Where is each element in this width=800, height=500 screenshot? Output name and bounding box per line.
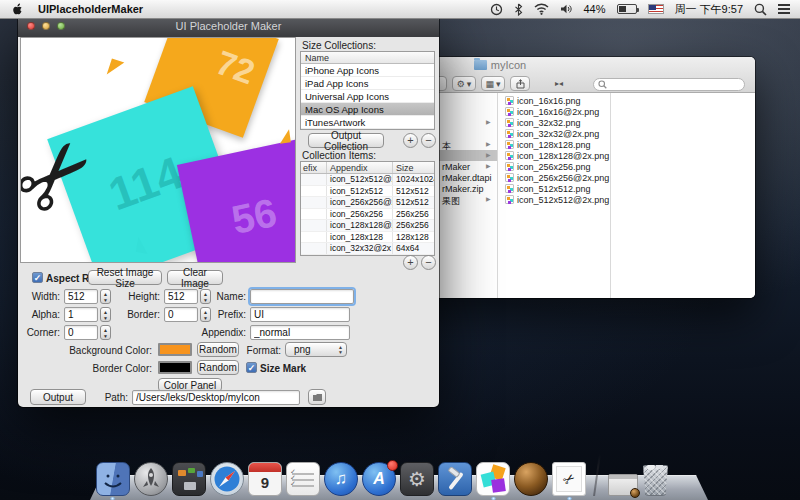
- apple-menu-icon[interactable]: [12, 3, 24, 16]
- format-dropdown[interactable]: png ▲▼: [285, 342, 347, 357]
- png-file-icon: [505, 184, 514, 193]
- notification-center-icon[interactable]: [778, 2, 790, 16]
- action-gear-button[interactable]: ⚙▾: [452, 76, 476, 91]
- collapse-arrows-icon[interactable]: ▸◂: [548, 76, 570, 91]
- time-machine-icon[interactable]: [490, 3, 503, 16]
- bluetooth-icon[interactable]: [514, 3, 523, 16]
- battery-icon[interactable]: [617, 4, 637, 14]
- finder-file-row[interactable]: icon_128x128@2x.png: [497, 150, 610, 161]
- png-file-icon: [505, 151, 514, 160]
- collection-item-cell: 256x256: [393, 209, 434, 220]
- collection-item-row[interactable]: icon_512x512@2x1024x1024: [301, 174, 434, 186]
- collection-item-cell: 128x128: [393, 232, 434, 243]
- dock-system-preferences-icon[interactable]: ⚙: [400, 462, 434, 496]
- collection-item-cell: 1024x1024: [393, 174, 434, 185]
- menubar-app-name[interactable]: UIPlaceholderMaker: [38, 3, 143, 15]
- dock-trash-icon[interactable]: [642, 465, 669, 496]
- folder-proxy-icon[interactable]: [474, 60, 487, 70]
- background-random-button[interactable]: Random: [197, 342, 239, 357]
- dock-minimized-window-icon[interactable]: [608, 474, 638, 496]
- remove-collection-button[interactable]: −: [421, 133, 436, 148]
- dock-mission-control-icon[interactable]: [172, 462, 206, 496]
- finder-file-row[interactable]: icon_16x16.png: [497, 95, 610, 106]
- dock-placeholder-frame-icon[interactable]: ✂: [552, 462, 586, 496]
- width-label: Width:: [24, 291, 60, 302]
- appendix-column-header[interactable]: Appendix: [327, 162, 393, 173]
- collection-item-row[interactable]: icon_512x512512x512: [301, 186, 434, 198]
- share-button[interactable]: [510, 76, 530, 91]
- path-field[interactable]: [132, 390, 300, 405]
- corner-field[interactable]: [64, 325, 98, 340]
- prefix-column-header[interactable]: efix: [301, 162, 327, 173]
- dock-calendar-icon[interactable]: 9: [248, 462, 282, 496]
- alpha-field[interactable]: [64, 307, 98, 322]
- alpha-stepper[interactable]: ▲▼: [100, 307, 111, 322]
- finder-file-row[interactable]: icon_32x32@2x.png: [497, 128, 610, 139]
- dock-ui-placeholder-maker-icon[interactable]: [476, 462, 510, 496]
- remove-item-button[interactable]: −: [421, 255, 436, 270]
- appendix-field[interactable]: [250, 325, 350, 340]
- collection-item-row[interactable]: icon_32x32@2x64x64: [301, 243, 434, 255]
- volume-icon[interactable]: [560, 3, 573, 15]
- size-collection-row[interactable]: Mac OS App Icons: [301, 103, 434, 116]
- collection-item-row[interactable]: icon_256x256@2x512x512: [301, 197, 434, 209]
- size-mark-checkbox[interactable]: ✓: [246, 362, 257, 373]
- collection-item-row[interactable]: icon_128x128@2x256x256: [301, 220, 434, 232]
- border-random-button[interactable]: Random: [197, 360, 239, 375]
- size-collection-row[interactable]: iPhone App Icons: [301, 64, 434, 77]
- finder-file-row[interactable]: icon_256x256.png: [497, 161, 610, 172]
- dock-safari-icon[interactable]: [210, 462, 244, 496]
- output-collection-button[interactable]: Output Collection: [308, 133, 384, 148]
- size-collection-row[interactable]: iPad App Icons: [301, 77, 434, 90]
- output-button[interactable]: Output: [30, 389, 86, 405]
- preview-canvas[interactable]: 72 114 56 ✂: [20, 37, 296, 263]
- finder-search-field[interactable]: [593, 78, 745, 91]
- arrange-button[interactable]: ▦▾: [481, 76, 505, 91]
- dock-bean-icon[interactable]: [514, 462, 548, 496]
- input-language-flag-icon[interactable]: [648, 4, 664, 14]
- spotlight-icon[interactable]: [754, 3, 767, 16]
- name-field[interactable]: [250, 289, 354, 304]
- height-field[interactable]: [164, 289, 198, 304]
- collection-item-cell: [301, 197, 327, 208]
- collection-item-row[interactable]: icon_256x256256x256: [301, 209, 434, 221]
- finder-file-row[interactable]: icon_512x512.png: [497, 183, 610, 194]
- width-stepper[interactable]: ▲▼: [100, 289, 111, 304]
- finder-file-row[interactable]: icon_16x16@2x.png: [497, 106, 610, 117]
- dock-itunes-icon[interactable]: ♫: [324, 462, 358, 496]
- aspect-ratio-checkbox[interactable]: ✓: [32, 272, 43, 283]
- menubar-clock[interactable]: 周一 下午9:57: [675, 2, 743, 17]
- width-field[interactable]: [64, 289, 98, 304]
- column-divider[interactable]: [610, 93, 611, 298]
- collection-item-cell: icon_128x128: [327, 232, 393, 243]
- collection-item-row[interactable]: icon_128x128128x128: [301, 232, 434, 244]
- collection-item-cell: icon_256x256: [327, 209, 393, 220]
- size-collection-row[interactable]: iTunesArtwork: [301, 116, 434, 129]
- add-item-button[interactable]: +: [403, 255, 418, 270]
- choose-folder-button[interactable]: [308, 389, 326, 405]
- music-note-icon: ♫: [335, 469, 348, 489]
- border-color-swatch[interactable]: [158, 361, 192, 374]
- reset-image-size-button[interactable]: Reset Image Size: [88, 270, 162, 285]
- dock-launchpad-icon[interactable]: [134, 462, 168, 496]
- size-collection-row[interactable]: Universal App Icons: [301, 90, 434, 103]
- size-column-header[interactable]: Size: [393, 162, 434, 173]
- dock-app-store-icon[interactable]: A: [362, 462, 396, 496]
- add-collection-button[interactable]: +: [403, 133, 418, 148]
- finder-file-row[interactable]: icon_512x512@2x.png: [497, 194, 610, 205]
- finder-file-row[interactable]: icon_256x256@2x.png: [497, 172, 610, 183]
- calendar-day: 9: [249, 472, 281, 494]
- prefix-field[interactable]: [250, 307, 350, 322]
- dock-finder-icon[interactable]: [96, 462, 130, 496]
- background-color-swatch[interactable]: [158, 343, 192, 356]
- clear-image-button[interactable]: Clear Image: [167, 270, 223, 285]
- border-field[interactable]: [164, 307, 198, 322]
- corner-stepper[interactable]: ▲▼: [100, 325, 111, 340]
- background-color-label: Background Color:: [24, 345, 152, 356]
- finder-file-row[interactable]: icon_128x128.png: [497, 139, 610, 150]
- dock-reminders-icon[interactable]: [286, 462, 320, 496]
- finder-file-row[interactable]: icon_32x32.png: [497, 117, 610, 128]
- wifi-icon[interactable]: [534, 3, 549, 15]
- dock-xcode-icon[interactable]: [438, 462, 472, 496]
- size-collections-label: Size Collections:: [302, 40, 376, 51]
